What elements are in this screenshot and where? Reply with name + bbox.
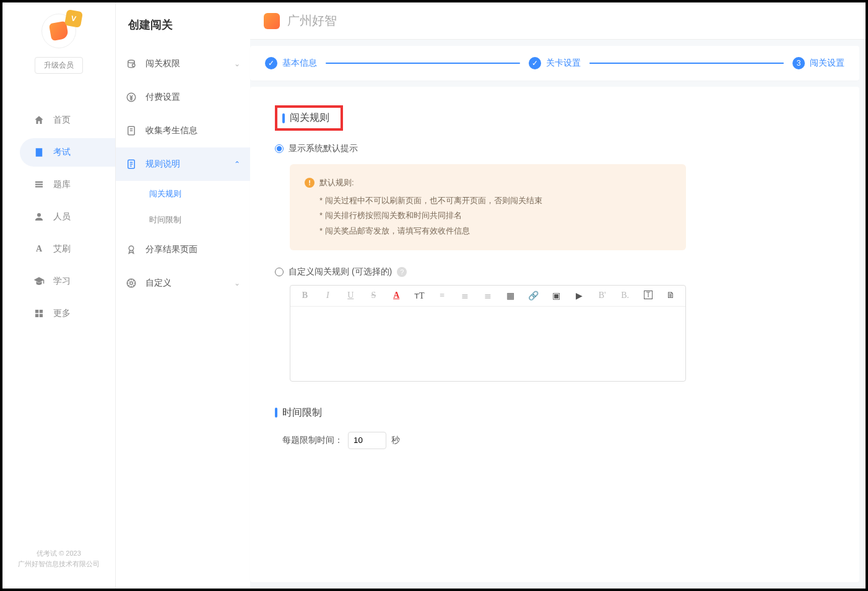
- nav-item-label: 考试: [53, 147, 71, 158]
- main-nav: V 升级会员 首页 考试 题库 人员 A 艾刷: [2, 2, 115, 589]
- badge-icon: [126, 244, 137, 255]
- letter-a-icon: A: [33, 243, 45, 255]
- nav-item-home[interactable]: 首页: [2, 106, 115, 134]
- nav-item-label: 题库: [53, 179, 71, 190]
- nav-item-learn[interactable]: 学习: [2, 267, 115, 296]
- info-line: * 闯关过程中不可以刷新页面，也不可离开页面，否则闯关结束: [305, 193, 671, 209]
- sub-item-pay[interactable]: 付费设置: [116, 81, 250, 114]
- section-rules-highlight: 闯关规则: [275, 105, 343, 131]
- list-ol-icon[interactable]: ≣: [459, 291, 471, 301]
- check-icon: [529, 57, 541, 69]
- org-logo-icon: [264, 13, 280, 29]
- nav-item-label: 首页: [53, 115, 71, 126]
- sub-item-permission[interactable]: 闯关权限 ⌄: [116, 47, 250, 81]
- radio-default-rules[interactable]: 显示系统默认提示: [275, 143, 835, 154]
- info-line: * 闯关排行榜按照闯关数和时间共同排名: [305, 208, 671, 224]
- help-icon[interactable]: ?: [397, 267, 407, 277]
- rte-toolbar: B I U S A ᴛT ≡ ≣ ≣ ▦ 🔗 ▣ ▶ B' B. 🅃 🗎: [290, 286, 685, 307]
- section-bar-icon: [275, 408, 277, 418]
- bold-icon[interactable]: B: [299, 291, 311, 300]
- upgrade-button[interactable]: 升级会员: [35, 57, 83, 74]
- nav-item-label: 人员: [53, 211, 71, 222]
- italic-icon[interactable]: I: [322, 291, 334, 300]
- section-time-title: 时间限制: [275, 406, 835, 419]
- sub-child-rules[interactable]: 闯关规则: [116, 181, 250, 207]
- step-level-settings[interactable]: 关卡设置: [529, 57, 581, 69]
- gear-icon: [126, 278, 137, 289]
- image-icon[interactable]: ▣: [550, 291, 562, 301]
- nav-item-people[interactable]: 人员: [2, 203, 115, 231]
- header-bar: 广州好智: [250, 2, 866, 40]
- sub-item-collect[interactable]: 收集考生信息: [116, 114, 250, 147]
- step-basic-info[interactable]: 基本信息: [265, 57, 317, 69]
- sub-item-label: 分享结果页面: [145, 244, 197, 255]
- sub-child-time[interactable]: 时间限制: [116, 207, 250, 233]
- content-area: 广州好智 基本信息 关卡设置 3 闯关设置 闯关规则: [250, 2, 866, 589]
- video-icon[interactable]: ▶: [573, 291, 585, 301]
- align-icon[interactable]: ≡: [436, 291, 448, 300]
- radio-custom-input[interactable]: [275, 268, 284, 276]
- step-line: [326, 63, 520, 64]
- rte-body[interactable]: [290, 307, 685, 381]
- brand-logo: V: [41, 14, 76, 48]
- check-icon: [265, 57, 277, 69]
- graduation-icon: [33, 276, 45, 287]
- grid-icon: [33, 308, 45, 319]
- list-ul-icon[interactable]: ≣: [482, 291, 494, 301]
- default-rules-box: ! 默认规则: * 闯关过程中不可以刷新页面，也不可离开页面，否则闯关结束 * …: [290, 164, 686, 250]
- sub-item-rules[interactable]: 规则说明 ⌃: [116, 147, 250, 181]
- nav-item-more[interactable]: 更多: [2, 299, 115, 328]
- info-icon: !: [305, 178, 315, 188]
- step-label: 闯关设置: [810, 58, 844, 69]
- radio-default-input[interactable]: [275, 144, 284, 153]
- form-icon: [126, 125, 137, 136]
- footer-line2: 广州好智信息技术有限公司: [18, 559, 100, 570]
- nav-item-label: 学习: [53, 276, 71, 287]
- chevron-down-icon: ⌄: [234, 59, 240, 68]
- rules-icon: [126, 159, 137, 170]
- step-challenge-settings[interactable]: 3 闯关设置: [792, 57, 844, 69]
- sub-item-label: 收集考生信息: [145, 125, 197, 136]
- info-line: * 闯关奖品邮寄发放，请填写有效收件信息: [305, 224, 671, 239]
- lock-icon: [126, 58, 137, 69]
- svg-point-6: [130, 282, 133, 285]
- sub-item-custom[interactable]: 自定义 ⌄: [116, 266, 250, 300]
- step-label: 关卡设置: [546, 58, 581, 69]
- chevron-up-icon: ⌃: [234, 160, 240, 169]
- file-icon[interactable]: 🗎: [665, 291, 677, 300]
- chevron-down-icon: ⌄: [234, 279, 240, 287]
- svg-point-1: [132, 64, 136, 67]
- underline-icon[interactable]: U: [345, 291, 357, 300]
- text-box-icon[interactable]: 🅃: [642, 291, 654, 300]
- nav-item-label: 艾刷: [53, 243, 71, 255]
- sub-item-label: 闯关权限: [145, 58, 180, 69]
- strike-icon[interactable]: S: [368, 291, 380, 300]
- nav-item-aishua[interactable]: A 艾刷: [2, 235, 115, 263]
- main-panel: 闯关规则 显示系统默认提示 ! 默认规则: * 闯关过程中不可以刷新页面，也不可…: [250, 87, 859, 582]
- step-label: 基本信息: [282, 58, 317, 69]
- b-sub-icon[interactable]: B.: [619, 291, 631, 300]
- footer: 优考试 © 2023 广州好智信息技术有限公司: [18, 548, 100, 589]
- sub-item-label: 付费设置: [145, 92, 180, 103]
- nav-item-bank[interactable]: 题库: [2, 170, 115, 199]
- radio-label: 显示系统默认提示: [289, 143, 358, 154]
- nav-item-exam[interactable]: 考试: [20, 138, 115, 167]
- steps-bar: 基本信息 关卡设置 3 闯关设置: [250, 46, 859, 81]
- yen-icon: [126, 92, 137, 103]
- time-input[interactable]: [348, 432, 386, 449]
- svg-point-0: [128, 60, 135, 63]
- table-icon[interactable]: ▦: [505, 291, 516, 301]
- font-size-icon[interactable]: ᴛT: [414, 291, 425, 301]
- info-head-text: 默认规则:: [319, 175, 354, 191]
- time-unit: 秒: [391, 435, 400, 446]
- section-bar-icon: [282, 113, 285, 123]
- font-color-icon[interactable]: A: [391, 291, 402, 300]
- rich-text-editor: B I U S A ᴛT ≡ ≣ ≣ ▦ 🔗 ▣ ▶ B' B. 🅃 🗎: [290, 285, 686, 382]
- b-alt-icon[interactable]: B': [596, 291, 608, 300]
- radio-custom-rules[interactable]: 自定义闯关规则 (可选择的) ?: [275, 266, 835, 278]
- sub-sidebar-title: 创建闯关: [116, 2, 250, 47]
- sub-item-share[interactable]: 分享结果页面: [116, 233, 250, 266]
- vip-badge-icon: V: [64, 9, 83, 28]
- svg-point-5: [129, 246, 134, 251]
- link-icon[interactable]: 🔗: [527, 291, 539, 301]
